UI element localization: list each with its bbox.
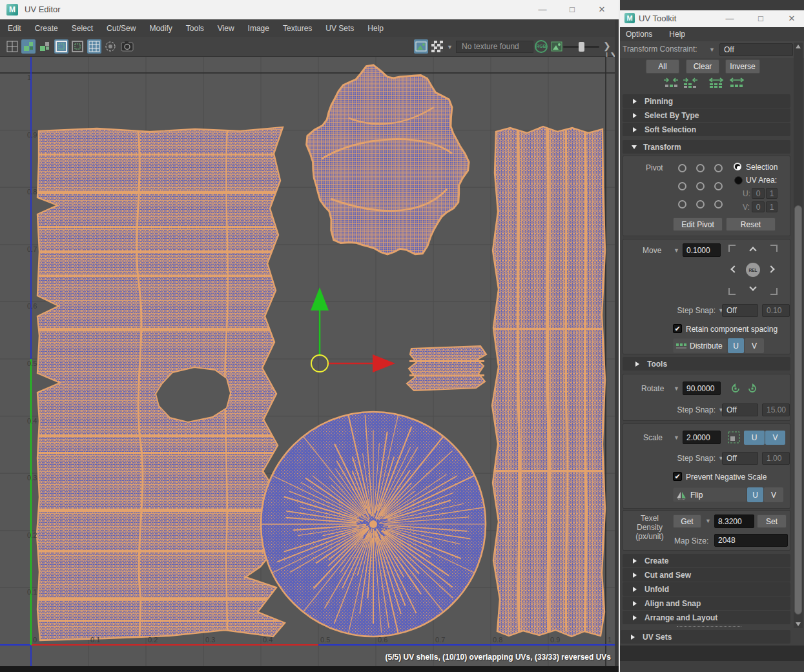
menu-create[interactable]: Create [35,24,58,33]
rgb-channels-icon[interactable]: RGB [535,40,548,53]
pivot-pos-s[interactable] [696,200,705,209]
pivot-pos-ne[interactable] [714,164,723,172]
menu-help[interactable]: Help [367,24,384,33]
close-button[interactable]: ✕ [779,14,804,23]
rotate-caret[interactable]: ▼ [674,386,679,392]
display-image-icon[interactable] [414,39,428,54]
uv-shell-left[interactable] [36,127,285,640]
rotate-ccw-icon[interactable] [730,383,741,397]
move-relative-toggle[interactable]: REL [746,263,760,277]
pivot-u-max-field[interactable]: 1 [766,188,778,199]
scale-caret[interactable]: ▼ [674,435,679,441]
menu-view[interactable]: View [218,24,234,33]
grow-selection-icon[interactable] [708,77,725,91]
pivot-pos-se[interactable] [714,200,723,209]
move-value-input[interactable] [683,243,721,257]
maximize-button[interactable]: □ [559,5,585,14]
pivot-pos-w[interactable] [678,182,686,190]
select-clear-button[interactable]: Clear [686,59,719,74]
move-corner-sw[interactable] [728,288,736,295]
section-select-by-type[interactable]: Select By Type [623,108,790,122]
move-step-size-field[interactable]: 0.10 [762,304,790,317]
scale-v-button[interactable]: V [765,431,785,445]
scale-step-snap-field[interactable]: Off [722,452,758,465]
section-cut-and-sew[interactable]: Cut and Sew [623,568,790,582]
pivot-uv-area-radio[interactable] [734,176,743,185]
image-range-icon[interactable] [550,39,564,54]
uv-shell-strip[interactable] [491,127,607,636]
pivot-selection-radio[interactable] [734,163,741,170]
shrink-selection-icon[interactable] [663,77,679,91]
pivot-v-max-field[interactable]: 1 [766,201,778,212]
section-unfold[interactable]: Unfold [623,582,790,596]
menu-cut-sew[interactable]: Cut/Sew [107,24,136,33]
grow-loop-selection-icon[interactable] [728,77,745,91]
scale-u-button[interactable]: U [744,431,765,445]
select-inverse-button[interactable]: Inverse [725,59,760,74]
close-button[interactable]: ✕ [589,5,615,14]
rotate-value-input[interactable] [683,382,721,395]
section-soft-selection[interactable]: Soft Selection [623,123,790,136]
distribute-u-button[interactable]: U [728,338,744,353]
menu-image[interactable]: Image [248,24,269,33]
uv-distortion-icon[interactable] [37,39,52,54]
menu-modify[interactable]: Modify [149,24,172,33]
pivot-pos-n[interactable] [696,164,705,172]
rotate-step-snap-field[interactable]: Off [722,403,758,416]
pivot-pos-nw[interactable] [678,164,686,172]
edit-pivot-button[interactable]: Edit Pivot [673,218,723,231]
prevent-negative-scale-checkbox[interactable]: ✔ [673,472,682,481]
menu-help[interactable]: Help [669,30,685,39]
texel-get-button[interactable]: Get [673,514,701,528]
pivot-pos-sw[interactable] [678,200,686,209]
section-align-and-snap[interactable]: Align and Snap [623,596,790,610]
map-size-input[interactable] [714,534,788,547]
menu-tools[interactable]: Tools [186,24,204,33]
shrink-loop-selection-icon[interactable] [682,77,699,91]
uv-shell-disc[interactable] [261,412,486,636]
texture-borders-icon[interactable] [54,39,68,54]
constraint-caret[interactable]: ▼ [709,47,715,53]
pixel-snap-icon[interactable] [103,39,118,54]
texel-set-button[interactable]: Set [757,514,787,528]
maximize-button[interactable]: □ [748,14,774,23]
scale-step-size-field[interactable]: 1.00 [762,452,790,465]
flip-u-button[interactable]: U [747,487,763,502]
toolkit-scrollbar[interactable] [794,43,803,628]
menu-textures[interactable]: Textures [283,24,312,33]
scroll-up-arrow[interactable] [796,45,801,48]
move-corner-ne[interactable] [770,245,778,252]
retain-spacing-checkbox[interactable]: ✔ [673,324,682,333]
move-corner-nw[interactable] [728,245,736,252]
uv-shell-mode-icon[interactable] [21,39,36,54]
rotate-step-size-field[interactable]: 15.00 [762,403,790,416]
section-uv-sets[interactable]: UV Sets [621,630,790,644]
uv-toolkit-titlebar[interactable]: M UV Toolkit — □ ✕ [620,10,804,27]
flip-button[interactable]: Flip [673,487,747,502]
move-caret[interactable]: ▼ [674,248,679,254]
scrollbar-thumb[interactable] [794,205,802,615]
shaded-uv-icon[interactable] [70,39,85,54]
flip-v-button[interactable]: V [764,487,783,502]
uv-editor-titlebar[interactable]: M UV Editor — □ ✕ [0,0,619,19]
texture-dropdown-caret[interactable]: ▼ [447,45,453,50]
section-create[interactable]: Create [623,554,790,567]
move-corner-se[interactable] [770,288,778,295]
uv-shell-small[interactable] [407,346,486,391]
uv-snapshot-icon[interactable] [120,39,134,54]
section-arrange-and-layout[interactable]: Arrange and Layout [623,611,790,624]
distribute-button[interactable]: Distribute [673,338,727,353]
section-tools[interactable]: Tools [623,357,790,371]
distribute-v-button[interactable]: V [745,338,764,353]
section-transform[interactable]: Transform [623,140,790,154]
pivot-pos-c[interactable] [696,182,705,190]
scroll-down-arrow[interactable] [796,622,801,626]
slider-thumb[interactable] [579,42,584,52]
constraint-value-field[interactable]: Off [719,43,793,56]
uv-canvas[interactable]: 00.10.20.30.40.50.60.70.80.9110.90.80.70… [0,57,615,667]
select-all-button[interactable]: All [646,59,679,74]
minimize-button[interactable]: — [717,14,743,23]
minimize-button[interactable]: — [530,5,555,14]
section-pinning[interactable]: Pinning [623,94,790,108]
menu-options[interactable]: Options [626,30,652,39]
